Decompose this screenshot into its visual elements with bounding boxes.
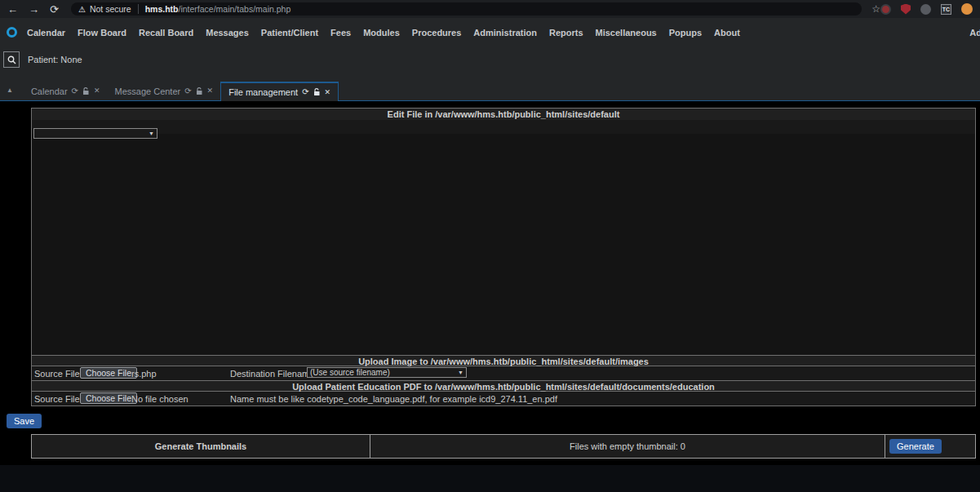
save-button[interactable]: Save	[7, 414, 42, 428]
tab-message-center[interactable]: Message Center ⟳ ✕	[108, 82, 221, 100]
file-select[interactable]: ▼	[33, 128, 157, 139]
upload-pdf-header: Upload Patient Education PDF to /var/www…	[32, 380, 975, 392]
menu-patient-client[interactable]: Patient/Client	[261, 28, 318, 38]
patient-bar: Patient: None	[0, 47, 980, 82]
extensions-row: TC	[880, 3, 973, 15]
choose-file-button-image[interactable]: Choose File	[80, 367, 137, 379]
menu-recall-board[interactable]: Recall Board	[139, 28, 193, 38]
refresh-icon[interactable]: ⟳	[72, 87, 78, 95]
close-icon[interactable]: ✕	[207, 87, 214, 95]
tab-file-management-label: File management	[228, 87, 298, 97]
source-file-label: Source File:	[34, 369, 82, 379]
not-secure-label[interactable]: Not secure	[90, 4, 131, 14]
extension-tc-icon[interactable]: TC	[941, 4, 951, 15]
address-bar[interactable]: ⚠ Not secure hms.htb/interface/main/tabs…	[71, 2, 862, 16]
tab-file-management[interactable]: File management ⟳ ✕	[220, 82, 339, 101]
back-icon[interactable]: ←	[7, 4, 18, 15]
url-host[interactable]: hms.htb	[145, 4, 179, 14]
source-file-label: Source File:	[34, 394, 82, 404]
patient-search-button[interactable]	[3, 51, 20, 68]
thumbnails-title-cell: Generate Thumbnails	[32, 435, 370, 458]
reload-icon[interactable]: ⟳	[50, 4, 59, 15]
menu-flow-board[interactable]: Flow Board	[78, 28, 126, 38]
forward-icon[interactable]: →	[29, 4, 39, 15]
menu-administration[interactable]: Administration	[473, 28, 537, 38]
extension-shield-icon[interactable]	[901, 4, 911, 15]
upload-pdf-row: Source File: Choose File No file chosen …	[32, 392, 975, 406]
file-admin-panel: Edit File in /var/www/hms.htb/public_htm…	[31, 108, 976, 406]
destination-filename-select[interactable]: (Use source filename) ▼	[307, 367, 467, 378]
menu-reports[interactable]: Reports	[549, 28, 583, 38]
app-menubar: Calendar Flow Board Recall Board Message…	[0, 18, 980, 47]
close-icon[interactable]: ✕	[325, 89, 331, 96]
close-icon[interactable]: ✕	[94, 87, 100, 95]
patient-none-label[interactable]: Patient: None	[28, 55, 82, 64]
menu-procedures[interactable]: Procedures	[412, 28, 462, 38]
edit-file-header: Edit File in /var/www/hms.htb/public_htm…	[32, 109, 975, 120]
screen: ← → ⟳ ⚠ Not secure hms.htb/interface/mai…	[0, 0, 980, 492]
openemr-logo-icon[interactable]	[7, 27, 17, 38]
url-path[interactable]: /interface/main/tabs/main.php	[179, 4, 291, 14]
selected-file-name: rs.php	[131, 369, 157, 379]
menu-messages[interactable]: Messages	[206, 28, 249, 38]
generate-thumbnails-table: Generate Thumbnails Files with empty thu…	[31, 434, 976, 459]
menu-popups[interactable]: Popups	[669, 28, 702, 38]
menu-about[interactable]: About	[714, 28, 740, 38]
unlock-icon[interactable]	[196, 87, 203, 95]
collapse-tabs-icon[interactable]: ▲	[7, 86, 13, 94]
thumbnails-status-cell: Files with empty thumbnail: 0	[370, 435, 885, 458]
choose-file-button-pdf[interactable]: Choose File	[80, 392, 137, 404]
destination-filename-label: Destination Filename:	[230, 369, 317, 379]
file-select-row: ▼	[32, 120, 975, 134]
menu-fees[interactable]: Fees	[330, 28, 351, 38]
bookmark-star-icon[interactable]: ☆	[871, 3, 880, 15]
selected-file-name: No file chosen	[131, 394, 188, 404]
tab-calendar-label: Calendar	[31, 86, 68, 96]
tab-calendar[interactable]: Calendar ⟳ ✕	[24, 82, 108, 100]
tab-strip: ▲ Calendar ⟳ ✕ Message Center ⟳ ✕ File m…	[0, 82, 980, 101]
url-text[interactable]: hms.htb/interface/main/tabs/main.php	[138, 4, 291, 14]
chevron-down-icon: ▼	[458, 370, 463, 375]
chevron-down-icon: ▼	[149, 131, 154, 136]
user-menu-truncated[interactable]: Ad	[969, 28, 980, 38]
refresh-icon[interactable]: ⟳	[302, 88, 308, 96]
extension-icon-3[interactable]	[920, 4, 931, 15]
not-secure-warning-icon[interactable]: ⚠	[78, 5, 86, 14]
refresh-icon[interactable]: ⟳	[184, 87, 191, 95]
thumbnails-action-cell: Generate	[885, 435, 975, 458]
generate-button[interactable]: Generate	[889, 439, 942, 454]
menu-modules[interactable]: Modules	[363, 28, 400, 38]
menu-calendar[interactable]: Calendar	[27, 28, 65, 38]
extension-icon-1[interactable]	[880, 4, 891, 15]
upload-image-row: Source File: Choose File rs.php Destinat…	[32, 366, 975, 380]
search-icon	[7, 55, 16, 64]
unlock-icon[interactable]	[313, 88, 321, 96]
page-bottom-strip	[0, 465, 980, 492]
tab-message-center-label: Message Center	[115, 86, 181, 96]
destination-filename-value: (Use source filename)	[310, 368, 390, 377]
browser-toolbar: ← → ⟳ ⚠ Not secure hms.htb/interface/mai…	[0, 0, 980, 18]
unlock-icon[interactable]	[82, 87, 90, 95]
profile-avatar[interactable]	[961, 3, 973, 15]
file-editor-textarea[interactable]	[32, 134, 975, 355]
menu-miscellaneous[interactable]: Miscellaneous	[596, 28, 657, 38]
upload-image-header: Upload Image to /var/www/hms.htb/public_…	[32, 355, 975, 366]
pdf-naming-hint: Name must be like codetype_code_language…	[230, 394, 557, 404]
file-management-content: Edit File in /var/www/hms.htb/public_htm…	[0, 101, 980, 465]
